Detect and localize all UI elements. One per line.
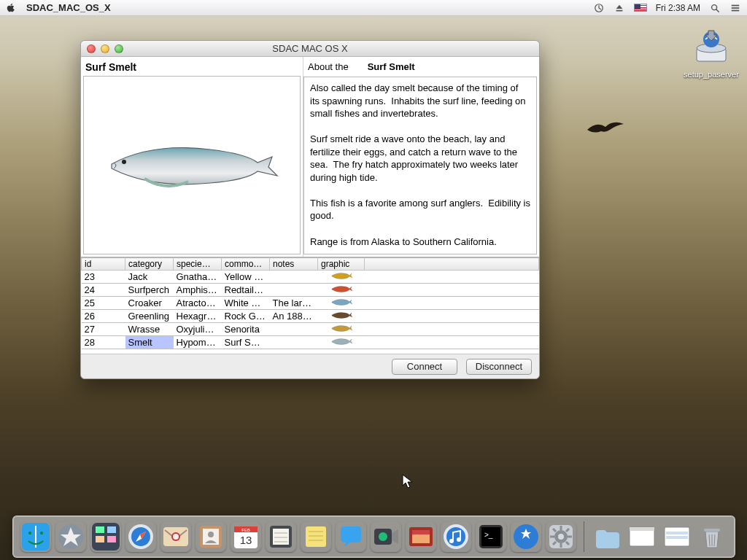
svg-rect-35 (306, 526, 326, 547)
table-header-row[interactable]: id category specie… commo… notes graphic (82, 258, 539, 271)
fish-table[interactable]: id category specie… commo… notes graphic… (81, 257, 539, 354)
table-row[interactable]: 23JackGnathan…Yellow J… (82, 271, 539, 284)
dock-notes[interactable] (301, 521, 331, 552)
connect-button[interactable]: Connect (392, 359, 457, 375)
svg-point-11 (28, 532, 31, 534)
dock-trash[interactable] (697, 521, 727, 552)
table-cell[interactable]: 28 (82, 336, 125, 349)
table-cell[interactable] (365, 336, 539, 349)
table-cell[interactable]: White S… (222, 297, 270, 310)
table-cell[interactable]: Greenling (125, 310, 174, 323)
table-cell[interactable]: 26 (82, 310, 125, 323)
col-notes[interactable]: notes (270, 258, 318, 271)
table-cell[interactable]: 25 (82, 297, 125, 310)
svg-rect-4 (732, 7, 740, 9)
dock-finder[interactable] (20, 521, 51, 552)
table-cell[interactable]: Hexagra… (174, 310, 222, 323)
table-cell[interactable]: Amphisti… (174, 284, 222, 297)
dock-contacts[interactable] (196, 521, 226, 552)
col-species[interactable]: specie… (174, 258, 222, 271)
table-cell[interactable] (270, 284, 318, 297)
notification-center-icon[interactable] (729, 2, 741, 14)
disconnect-button[interactable]: Disconnect (466, 359, 532, 375)
col-id[interactable]: id (82, 258, 125, 271)
svg-text:>_: >_ (484, 531, 493, 539)
dock-safari[interactable] (125, 521, 156, 552)
table-cell[interactable]: 27 (82, 323, 125, 336)
table-row[interactable]: 24SurfperchAmphisti…Redtail… (82, 284, 539, 297)
svg-rect-66 (666, 532, 688, 534)
dock-system-preferences[interactable] (546, 521, 576, 552)
input-source-flag-icon[interactable] (634, 4, 647, 12)
table-cell[interactable]: An 1886… (270, 310, 318, 323)
table-cell-graphic[interactable] (318, 284, 365, 297)
window-title: SDAC MAC OS X (81, 43, 539, 54)
titlebar[interactable]: SDAC MAC OS X (81, 41, 539, 57)
dock-app-store[interactable] (511, 521, 541, 552)
fish-image (83, 76, 301, 254)
svg-rect-67 (666, 536, 688, 539)
table-cell[interactable] (365, 310, 539, 323)
dock-itunes[interactable] (441, 521, 471, 552)
table-cell[interactable]: Redtail… (222, 284, 270, 297)
table-cell[interactable]: The larg… (270, 297, 318, 310)
dock-window-thumb-2[interactable] (662, 521, 692, 552)
table-cell[interactable]: Yellow J… (222, 271, 270, 284)
table-cell-graphic[interactable] (318, 336, 365, 349)
dock-mail[interactable] (160, 521, 191, 552)
app-menu-title[interactable]: SDAC_MAC_OS_X (26, 2, 111, 13)
eject-icon[interactable] (614, 2, 625, 14)
table-cell[interactable] (365, 284, 539, 297)
table-row[interactable]: 26GreenlingHexagra…Rock Gr…An 1886… (82, 310, 539, 323)
table-cell-graphic[interactable] (318, 271, 365, 284)
table-cell[interactable]: Jack (125, 271, 174, 284)
table-cell-graphic[interactable] (318, 323, 365, 336)
table-cell[interactable]: 24 (82, 284, 125, 297)
fish-name-heading: Surf Smelt (81, 57, 303, 76)
dock-launchpad[interactable] (55, 521, 86, 552)
table-cell[interactable]: 23 (82, 271, 125, 284)
dock-messages[interactable] (336, 521, 366, 552)
fish-thumb-icon (330, 298, 352, 306)
dock-reminders[interactable] (266, 521, 296, 552)
table-cell[interactable]: Surfperch (125, 284, 174, 297)
dock-window-thumb-1[interactable] (627, 521, 657, 552)
table-cell[interactable] (365, 271, 539, 284)
apple-menu-icon[interactable] (6, 3, 16, 13)
table-cell[interactable] (270, 271, 318, 284)
table-row[interactable]: 25CroakerAtractos…White S…The larg… (82, 297, 539, 310)
dock-facetime[interactable] (371, 521, 401, 552)
table-cell[interactable]: Hypome… (174, 336, 222, 349)
table-cell-graphic[interactable] (318, 310, 365, 323)
table-cell[interactable]: Atractos… (174, 297, 222, 310)
menu-clock[interactable]: Fri 2:38 AM (656, 3, 700, 13)
table-cell[interactable]: Surf Smelt (222, 336, 270, 349)
col-common[interactable]: commo… (222, 258, 270, 271)
table-row[interactable]: 28SmeltHypome…Surf Smelt (82, 336, 539, 349)
table-cell[interactable]: Wrasse (125, 323, 174, 336)
table-cell[interactable] (365, 297, 539, 310)
time-machine-icon[interactable] (593, 2, 605, 14)
svg-point-46 (449, 539, 454, 543)
table-cell[interactable]: Senorita (222, 323, 270, 336)
dock-mission-control[interactable] (90, 521, 121, 552)
spotlight-icon[interactable] (709, 2, 721, 14)
table-cell[interactable] (270, 323, 318, 336)
svg-rect-68 (704, 529, 720, 532)
table-cell[interactable]: Rock Gr… (222, 310, 270, 323)
col-graphic[interactable]: graphic (318, 258, 365, 271)
table-cell[interactable]: Croaker (125, 297, 174, 310)
dock-photo-booth[interactable] (406, 521, 436, 552)
desktop-icon-setup-paserver[interactable]: setup_paserver (682, 26, 740, 79)
table-cell[interactable] (365, 323, 539, 336)
table-cell[interactable]: Oxyjulis… (174, 323, 222, 336)
table-cell[interactable]: Gnathan… (174, 271, 222, 284)
dock-calendar[interactable]: 13FEB (231, 521, 261, 552)
col-category[interactable]: category (125, 258, 174, 271)
table-cell-graphic[interactable] (318, 297, 365, 310)
table-row[interactable]: 27WrasseOxyjulis…Senorita (82, 323, 539, 336)
dock-terminal[interactable]: >_ (476, 521, 506, 552)
table-cell[interactable] (270, 336, 318, 349)
table-cell[interactable]: Smelt (125, 336, 174, 349)
dock-downloads-folder[interactable] (592, 521, 622, 552)
